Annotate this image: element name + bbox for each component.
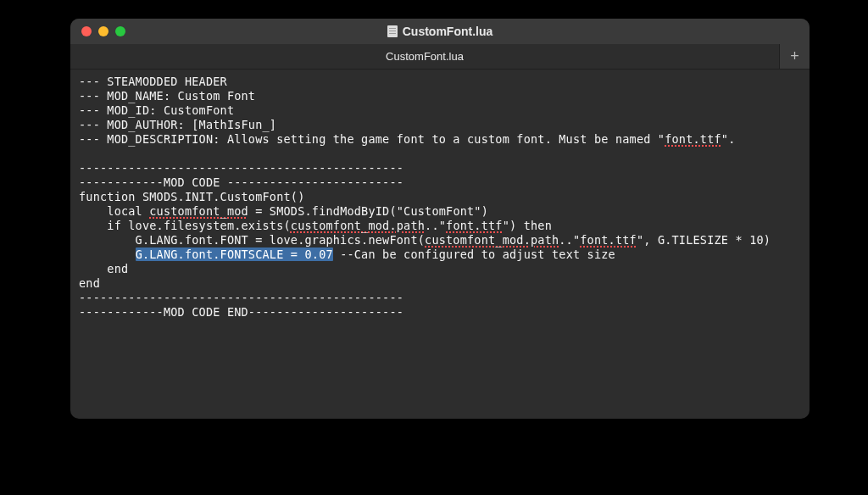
spellcheck-underline: font.ttf — [446, 219, 503, 232]
close-icon[interactable] — [81, 26, 92, 36]
new-tab-button[interactable]: + — [779, 44, 810, 69]
code-line: --- MOD_ID: CustomFont — [79, 103, 234, 117]
spellcheck-underline: customfont_mod — [149, 204, 248, 218]
code-line: G.LANG.font.FONT = love.graphics.newFont… — [79, 233, 771, 247]
code-line: --- MOD_AUTHOR: [MathIsFun_] — [79, 118, 276, 131]
window-title-text: CustomFont.lua — [403, 25, 493, 38]
spellcheck-underline: customfont_mod.path — [291, 219, 425, 232]
code-line: ----------------------------------------… — [79, 161, 403, 175]
code-line: end — [79, 262, 128, 275]
code-editor[interactable]: --- STEAMODDED HEADER --- MOD_NAME: Cust… — [70, 70, 810, 419]
editor-window: CustomFont.lua CustomFont.lua + --- STEA… — [70, 19, 810, 419]
tab-bar: CustomFont.lua + — [70, 44, 810, 70]
plus-icon: + — [790, 47, 799, 65]
code-line: ------------MOD CODE -------------------… — [79, 175, 403, 189]
code-line: end — [79, 276, 100, 290]
code-line: if love.filesystem.exists(customfont_mod… — [79, 219, 552, 232]
tab-customfont[interactable]: CustomFont.lua — [70, 44, 779, 69]
tab-label: CustomFont.lua — [386, 50, 464, 63]
window-controls — [70, 26, 125, 36]
document-icon — [387, 25, 398, 37]
code-line: function SMODS.INIT.CustomFont() — [79, 190, 305, 203]
zoom-icon[interactable] — [115, 26, 125, 36]
window-title: CustomFont.lua — [70, 25, 810, 38]
spellcheck-underline: font.ttf — [665, 132, 721, 146]
code-line: ----------------------------------------… — [79, 291, 403, 304]
code-line: local customfont_mod = SMODS.findModByID… — [79, 204, 488, 218]
titlebar[interactable]: CustomFont.lua — [70, 19, 810, 44]
code-line: G.LANG.font.FONTSCALE = 0.07 --Can be co… — [79, 248, 615, 261]
minimize-icon[interactable] — [98, 26, 108, 36]
spellcheck-underline: font.ttf — [580, 233, 637, 247]
code-line: ------------MOD CODE END----------------… — [79, 305, 403, 319]
code-line: --- MOD_NAME: Custom Font — [79, 89, 255, 103]
spellcheck-underline: customfont_mod.path — [425, 233, 559, 247]
code-line: --- STEAMODDED HEADER — [79, 75, 227, 88]
code-line: --- MOD_DESCRIPTION: Allows setting the … — [79, 132, 735, 146]
text-selection: G.LANG.font.FONTSCALE = 0.07 — [136, 248, 333, 261]
